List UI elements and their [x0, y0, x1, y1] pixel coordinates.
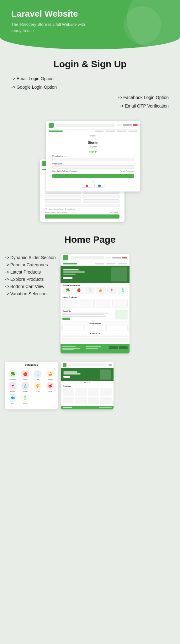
- google-login-btn[interactable]: [82, 184, 92, 188]
- signin-card: Signin Signin Signin Sign in Email Addre…: [46, 121, 140, 192]
- slider-hero-banner: [61, 368, 114, 381]
- main-subnav-shop: [63, 263, 77, 264]
- main-home-footer: [61, 344, 130, 353]
- feature-email-otp: -> Email OTP Verification: [11, 103, 169, 109]
- contact-field-1[interactable]: [62, 336, 128, 337]
- cat-icon-7: 🌾: [34, 382, 42, 390]
- password-field[interactable]: [52, 165, 134, 169]
- cat-4: 🍰: [96, 287, 106, 294]
- home-feature-list: -> Dynamic Slider Section -> Popular Cat…: [5, 255, 56, 296]
- slider-product-2: [75, 388, 87, 396]
- slider-product-5: [63, 397, 74, 404]
- feature-explore-products: -> Explore Products: [5, 277, 56, 282]
- about-title: About Us: [62, 310, 114, 312]
- hero-line-3: [63, 274, 76, 275]
- slider-footer: [61, 406, 114, 409]
- remember-label: Save Login? (Create Account): [52, 170, 77, 172]
- feature-latest-products: -> Latest Products: [5, 269, 56, 275]
- product-3: [96, 299, 111, 308]
- cat-label-3: Dairy: [36, 379, 40, 380]
- hero-line-2: [63, 271, 85, 273]
- main-home-nav: [61, 254, 130, 262]
- slider-product-8: [100, 397, 112, 404]
- slider-cta-btn: [63, 376, 70, 378]
- hero-image: [111, 267, 127, 281]
- cat-icon-6: 🧴: [21, 382, 29, 390]
- password-label: Password: [52, 163, 134, 165]
- slider-product-4: [100, 388, 112, 396]
- cat-icon-1: 🥦: [8, 370, 17, 378]
- cat-item-3: 🥛 Dairy: [32, 370, 43, 380]
- slider-nav-icon: [109, 364, 112, 366]
- cat-icon-3: 🥛: [34, 370, 42, 378]
- signin-form: Signin Signin Sign in Email Address Pass…: [46, 137, 140, 192]
- slider-products-section: Products: [61, 384, 114, 406]
- subnav-home: [94, 130, 104, 132]
- login-section: Login & Sign Up -> Email Login Option ->…: [0, 49, 180, 118]
- app-store-btn[interactable]: [109, 346, 118, 349]
- signin-nav: [46, 121, 140, 130]
- provider-text: Already have an account? Login: [45, 211, 67, 213]
- subnav-explore: [117, 130, 126, 132]
- login-features-left: -> Email Login Option -> Google Login Op…: [11, 75, 169, 91]
- login-button[interactable]: [52, 174, 134, 178]
- slider-line-2: [63, 373, 81, 375]
- cat-label-1: Vegetables: [9, 379, 17, 380]
- provider-row: Already have an account? Login Privacy P…: [45, 211, 119, 213]
- google-icon: [86, 185, 88, 187]
- play-store-btn[interactable]: [119, 346, 128, 349]
- footer-col-1: [62, 346, 85, 351]
- cat-item-2: 🍎 Fruits: [19, 370, 31, 380]
- feature-google-login: -> Google Login Option: [11, 84, 169, 91]
- contact-field-2[interactable]: [62, 338, 128, 340]
- main-home-mockup: Popular Categories 🥦 🍎 🥛 🍰 🍷 🧴 Latest Pr…: [61, 254, 130, 353]
- categories-grid: 🥦 Vegetables 🍎 Fruits 🥛 Dairy 🍰 Bakery 🍷…: [5, 368, 58, 406]
- cat-item-5: 🍷 Drinks: [7, 382, 18, 392]
- review-3: [107, 325, 128, 330]
- dot-1: [84, 382, 86, 383]
- footer-line-3: [62, 349, 73, 350]
- cat-label-10: Spices: [23, 402, 27, 404]
- slider-card: Products: [61, 362, 114, 409]
- signup-password-field[interactable]: [45, 199, 81, 203]
- forgot-link[interactable]: Forgot Password: [120, 170, 134, 172]
- signup-button[interactable]: [45, 214, 119, 219]
- cat-1: 🥦: [62, 287, 72, 294]
- slider-product-1: [63, 388, 74, 396]
- hero-btn: [63, 277, 72, 279]
- cat-label-2: Fruits: [23, 379, 27, 380]
- cat-label-7: Grain: [36, 391, 40, 392]
- contact-field-3[interactable]: [62, 341, 128, 342]
- product-1: [62, 299, 78, 308]
- main-nav-icon1: [106, 257, 111, 258]
- main-nav-num: [112, 257, 121, 258]
- slider-product-6: [75, 397, 87, 404]
- terms-text: I agree to the Terms & conditions: [48, 208, 75, 210]
- signup-email-field[interactable]: [45, 195, 81, 198]
- referral-field[interactable]: [45, 204, 119, 207]
- terms-checkbox[interactable]: [45, 208, 47, 210]
- cat-6: 🧴: [118, 287, 128, 294]
- product-4: [112, 299, 128, 308]
- cats-label: Popular Categories: [61, 283, 130, 287]
- cat-item-7: 🌾 Grain: [32, 382, 43, 392]
- email-field[interactable]: [52, 158, 134, 161]
- provider-text2: Privacy Policy: [110, 211, 119, 213]
- signup-select-field[interactable]: [83, 195, 119, 198]
- facebook-login-btn[interactable]: [94, 184, 104, 188]
- main-subnav-3: [118, 263, 127, 264]
- dot-3: [89, 382, 90, 383]
- cat-3: 🥛: [85, 287, 95, 294]
- main-home-reviews: Our Reviews: [61, 321, 130, 331]
- product-2: [79, 299, 95, 308]
- signup-confirm-field[interactable]: [83, 199, 119, 203]
- cat-label-8: Meat: [48, 391, 52, 392]
- subnav-shop: [49, 130, 63, 132]
- main-home-cats: 🥦 🍎 🥛 🍰 🍷 🧴: [61, 287, 130, 295]
- slider-footer-line-1: [63, 407, 72, 408]
- reviews-title: Our Reviews: [62, 322, 128, 324]
- cat-item-1: 🥦 Vegetables: [7, 370, 18, 380]
- feature-dynamic-slider: -> Dynamic Slider Section: [5, 255, 56, 260]
- footer-line-2: [62, 348, 80, 349]
- password-row: [45, 199, 119, 203]
